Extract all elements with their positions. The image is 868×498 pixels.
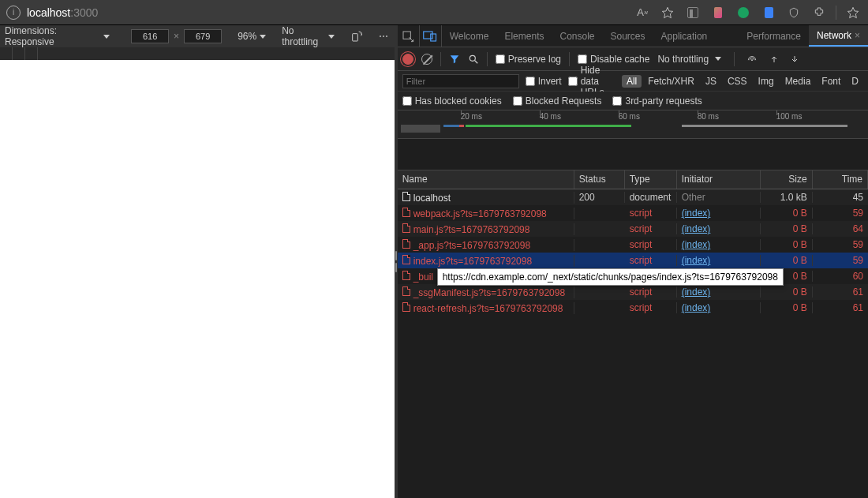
- page-viewport[interactable]: [0, 60, 395, 498]
- filter-type-media[interactable]: Media: [780, 75, 816, 88]
- table-row[interactable]: react-refresh.js?ts=1679763792098script(…: [398, 300, 868, 316]
- file-icon: [402, 239, 410, 249]
- favorites-star-icon[interactable]: [659, 4, 676, 21]
- clear-icon[interactable]: [421, 54, 432, 65]
- chevron-down-icon[interactable]: [103, 35, 110, 39]
- x-separator: ×: [174, 31, 179, 42]
- file-icon: [402, 302, 410, 312]
- svg-rect-5: [431, 34, 436, 41]
- filter-type-js[interactable]: JS: [701, 75, 721, 88]
- timeline-tick: 60 ms: [619, 112, 640, 121]
- third-party-checkbox[interactable]: 3rd-party requests: [612, 95, 702, 107]
- width-input[interactable]: [131, 29, 169, 43]
- col-type[interactable]: Type: [625, 170, 677, 189]
- devtools-tabs: WelcomeElementsConsoleSourcesApplication…: [398, 25, 868, 47]
- table-row[interactable]: main.js?ts=1679763792098script(index)0 B…: [398, 221, 868, 237]
- filter-type-d[interactable]: D: [847, 75, 863, 88]
- col-time[interactable]: Time: [813, 170, 868, 189]
- table-row[interactable]: _app.js?ts=1679763792098script(index)0 B…: [398, 237, 868, 253]
- record-icon[interactable]: [402, 54, 413, 65]
- filter-row: Invert Hide data URLs AllFetch/XHRJSCSSI…: [398, 71, 868, 92]
- devtools-pane: WelcomeElementsConsoleSourcesApplication…: [398, 25, 868, 498]
- device-toggle-icon[interactable]: [420, 25, 442, 47]
- file-icon: [402, 208, 410, 217]
- network-conditions-icon[interactable]: [746, 54, 758, 65]
- search-icon[interactable]: [468, 54, 479, 65]
- close-icon[interactable]: ×: [855, 30, 860, 41]
- file-icon: [402, 192, 410, 201]
- tab-performance[interactable]: Performance: [739, 25, 809, 47]
- table-row[interactable]: localhost200documentOther1.0 kB45: [398, 189, 868, 205]
- tab-console[interactable]: Console: [552, 25, 602, 47]
- dimensions-select[interactable]: Dimensions: Responsive: [5, 25, 95, 47]
- network-toolbar: Preserve log Disable cache No throttling: [398, 47, 868, 71]
- chevron-down-icon: [328, 35, 335, 39]
- device-throttling-select[interactable]: No throttling: [282, 25, 335, 47]
- filter-type-css[interactable]: CSS: [723, 75, 752, 88]
- network-throttling-select[interactable]: No throttling: [657, 54, 721, 65]
- file-icon: [402, 255, 410, 264]
- blocked-requests-checkbox[interactable]: Blocked Requests: [513, 95, 602, 107]
- tab-application[interactable]: Application: [653, 25, 716, 47]
- shield-icon[interactable]: [785, 4, 803, 21]
- svg-rect-2: [352, 34, 357, 41]
- url-port[interactable]: :3000: [70, 6, 98, 19]
- filter-type-img[interactable]: Img: [754, 75, 779, 88]
- invert-checkbox[interactable]: Invert: [526, 76, 562, 87]
- file-icon: [402, 271, 410, 280]
- filter-input[interactable]: [402, 74, 519, 88]
- ext2-icon[interactable]: [735, 4, 752, 21]
- element-picker-icon[interactable]: [398, 25, 420, 47]
- tab-sources[interactable]: Sources: [603, 25, 653, 47]
- tab-welcome[interactable]: Welcome: [442, 25, 497, 47]
- file-icon: [402, 286, 410, 296]
- table-row[interactable]: _ssgManifest.js?ts=1679763792098script(i…: [398, 284, 868, 300]
- svg-point-7: [752, 59, 753, 60]
- col-size[interactable]: Size: [761, 170, 813, 189]
- network-table-body[interactable]: localhost200documentOther1.0 kB45webpack…: [398, 189, 868, 498]
- filter-type-fetchxhr[interactable]: Fetch/XHR: [643, 75, 699, 88]
- svg-marker-1: [847, 7, 858, 17]
- blocked-cookies-checkbox[interactable]: Has blocked cookies: [402, 95, 502, 107]
- upload-har-icon[interactable]: [769, 54, 779, 65]
- chevron-down-icon: [260, 35, 266, 39]
- waterfall-overview[interactable]: 20 ms40 ms60 ms80 ms100 ms: [398, 110, 868, 139]
- timeline-tick: 80 ms: [698, 112, 719, 121]
- ext3-icon[interactable]: [760, 4, 777, 21]
- col-initiator[interactable]: Initiator: [677, 170, 761, 189]
- tab-network[interactable]: Network×: [809, 25, 868, 47]
- table-row[interactable]: webpack.js?ts=1679763792098script(index)…: [398, 205, 868, 221]
- more-icon[interactable]: ⋯: [379, 31, 390, 42]
- device-toolbar: Dimensions: Responsive × 96% No throttli…: [0, 25, 395, 47]
- network-table-header[interactable]: Name Status Type Initiator Size Time: [398, 170, 868, 189]
- rotate-icon[interactable]: [350, 30, 363, 43]
- svg-point-6: [470, 55, 475, 61]
- tab-elements[interactable]: Elements: [496, 25, 552, 47]
- col-status[interactable]: Status: [574, 170, 625, 189]
- ext1-icon[interactable]: [709, 4, 727, 21]
- table-row[interactable]: index.js?ts=1679763792098script(index)0 …: [398, 253, 868, 268]
- favorites-star2-icon[interactable]: [844, 4, 862, 21]
- filter-row-2: Has blocked cookies Blocked Requests 3rd…: [398, 92, 868, 110]
- device-preview-pane: Dimensions: Responsive × 96% No throttli…: [0, 25, 398, 498]
- url-host[interactable]: localhost: [27, 6, 70, 19]
- filter-type-font[interactable]: Font: [817, 75, 845, 88]
- timeline-spacer: [398, 139, 868, 170]
- filter-type-all[interactable]: All: [622, 75, 642, 88]
- zoom-select[interactable]: 96%: [238, 31, 266, 42]
- timeline-tick: 40 ms: [540, 112, 561, 121]
- height-input[interactable]: [184, 29, 222, 43]
- filter-toggle-icon[interactable]: [449, 54, 460, 65]
- reader-icon[interactable]: [684, 4, 702, 21]
- site-info-icon[interactable]: i: [6, 6, 21, 20]
- download-har-icon[interactable]: [790, 54, 799, 65]
- text-size-icon[interactable]: Aא: [634, 4, 651, 21]
- extensions-icon[interactable]: [810, 4, 828, 21]
- preserve-log-checkbox[interactable]: Preserve log: [496, 54, 561, 65]
- timeline-tick: 100 ms: [776, 112, 803, 121]
- browser-address-bar: i localhost:3000 Aא: [0, 0, 868, 25]
- disable-cache-checkbox[interactable]: Disable cache: [578, 54, 649, 65]
- file-icon: [402, 223, 410, 233]
- timeline-tick: 20 ms: [461, 112, 482, 121]
- col-name[interactable]: Name: [398, 170, 574, 189]
